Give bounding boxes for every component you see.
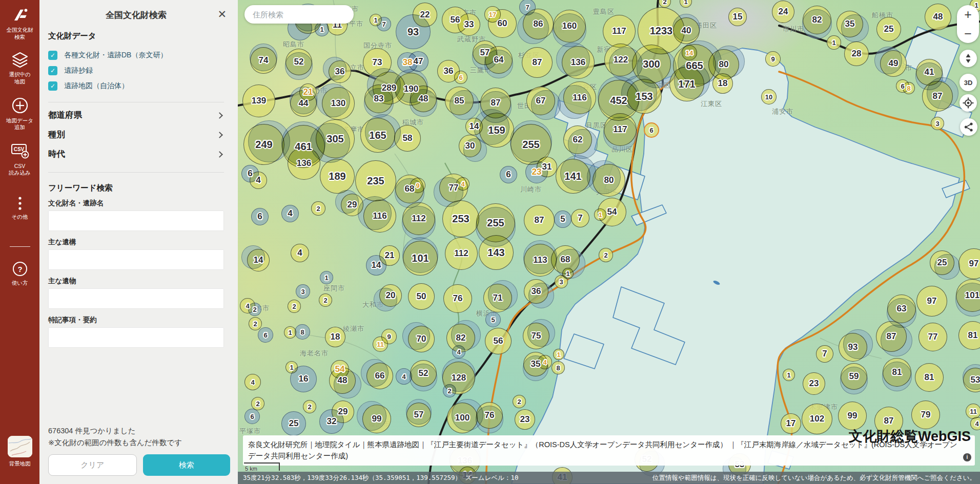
cluster-marker[interactable] <box>443 284 472 313</box>
cluster-marker[interactable] <box>593 164 625 197</box>
cluster-marker[interactable] <box>911 401 940 429</box>
checkbox-row-db[interactable]: ✓ 各種文化財・遺跡DB（奈文研） <box>48 48 224 63</box>
cluster-marker[interactable] <box>876 17 901 41</box>
cluster-marker[interactable] <box>802 404 832 434</box>
clear-button[interactable]: クリア <box>48 454 137 476</box>
cluster-marker[interactable] <box>772 1 794 23</box>
cluster-marker[interactable] <box>288 300 301 313</box>
cluster-marker[interactable] <box>291 244 309 262</box>
cluster-marker[interactable] <box>483 284 512 312</box>
cluster-marker[interactable] <box>290 90 317 117</box>
cluster-marker[interactable] <box>408 51 428 72</box>
cluster-marker[interactable] <box>761 89 777 104</box>
zoom-out-button[interactable]: − <box>957 24 979 43</box>
cluster-marker[interactable] <box>366 363 393 389</box>
features-field[interactable] <box>48 249 224 270</box>
cluster-marker[interactable] <box>781 413 801 434</box>
cluster-marker[interactable] <box>319 293 332 307</box>
cluster-marker[interactable] <box>783 369 795 381</box>
cluster-marker[interactable] <box>627 79 662 114</box>
cluster-marker[interactable] <box>922 81 953 112</box>
cluster-marker[interactable] <box>485 328 512 354</box>
cluster-marker[interactable] <box>408 283 435 310</box>
cluster-marker[interactable] <box>244 374 261 390</box>
zoom-in-button[interactable]: + <box>957 5 979 24</box>
cluster-marker[interactable] <box>329 60 351 83</box>
accordion-category[interactable]: 種別 <box>48 125 224 144</box>
cluster-marker[interactable] <box>555 275 568 288</box>
cluster-marker[interactable] <box>442 200 479 237</box>
share-button[interactable] <box>960 118 977 136</box>
cluster-marker[interactable] <box>918 323 947 351</box>
cluster-marker[interactable] <box>445 237 478 270</box>
sidebar-item-selected-maps[interactable]: 選択中の 地図 <box>9 52 30 85</box>
cluster-marker[interactable] <box>366 255 386 276</box>
cluster-marker[interactable] <box>903 82 915 94</box>
cluster-marker[interactable] <box>403 241 438 276</box>
cluster-marker[interactable] <box>285 49 312 75</box>
cluster-marker[interactable] <box>970 417 980 430</box>
cluster-marker[interactable] <box>554 211 571 228</box>
cluster-marker[interactable] <box>803 372 825 395</box>
cluster-marker[interactable] <box>243 124 284 165</box>
cluster-marker[interactable] <box>524 205 555 236</box>
cluster-marker[interactable] <box>476 402 503 429</box>
cluster-marker[interactable] <box>883 358 911 387</box>
cluster-marker[interactable] <box>563 81 596 114</box>
cluster-marker[interactable] <box>244 409 260 424</box>
cluster-marker[interactable] <box>242 85 275 117</box>
cluster-marker[interactable] <box>410 178 425 193</box>
artifacts-field[interactable] <box>48 288 224 309</box>
cluster-marker[interactable] <box>373 336 388 352</box>
cluster-marker[interactable] <box>329 367 356 394</box>
cluster-marker[interactable] <box>523 323 549 349</box>
cluster-marker[interactable] <box>836 11 863 37</box>
search-button[interactable]: 検索 <box>143 454 231 476</box>
cluster-marker[interactable] <box>320 159 355 194</box>
cluster-marker[interactable] <box>394 125 421 152</box>
cluster-marker[interactable] <box>250 47 277 74</box>
cluster-marker[interactable] <box>295 324 310 340</box>
cluster-marker[interactable] <box>880 50 907 77</box>
sidebar-item-help[interactable]: ? 使い方 <box>12 261 28 287</box>
cluster-marker[interactable] <box>360 118 395 153</box>
cluster-marker[interactable] <box>915 363 944 392</box>
cluster-marker[interactable] <box>406 403 431 427</box>
cluster-marker[interactable] <box>538 355 552 369</box>
cluster-marker[interactable] <box>488 9 517 38</box>
cluster-marker[interactable] <box>838 402 867 430</box>
cluster-marker[interactable] <box>251 397 264 410</box>
cluster-marker[interactable] <box>839 333 867 362</box>
cluster-marker[interactable] <box>599 248 613 262</box>
cluster-marker[interactable] <box>247 249 270 271</box>
cluster-marker[interactable] <box>377 17 391 31</box>
cluster-marker[interactable] <box>303 400 316 413</box>
cluster-marker[interactable] <box>816 345 833 363</box>
cluster-marker[interactable] <box>458 13 480 36</box>
notes-field[interactable] <box>48 327 224 348</box>
cluster-marker[interactable] <box>410 86 437 112</box>
3d-view-button[interactable]: 3D <box>959 74 977 91</box>
cluster-marker[interactable] <box>459 135 481 157</box>
cluster-marker[interactable] <box>513 395 526 408</box>
name-field[interactable] <box>48 211 224 231</box>
cluster-marker[interactable] <box>523 9 554 39</box>
cluster-marker[interactable] <box>515 409 535 430</box>
cluster-marker[interactable] <box>728 8 747 26</box>
cluster-marker[interactable] <box>281 205 299 222</box>
sidebar-item-add-map-data[interactable]: 地図データ 追加 <box>6 97 33 131</box>
cluster-marker[interactable] <box>925 4 951 30</box>
cluster-marker[interactable] <box>249 317 262 330</box>
cluster-marker[interactable] <box>571 209 589 227</box>
cluster-marker[interactable] <box>526 87 555 115</box>
sidebar-item-background-map[interactable]: 背景地図 <box>8 436 32 468</box>
cluster-marker[interactable] <box>563 125 592 154</box>
cluster-marker[interactable] <box>396 14 431 49</box>
cluster-marker[interactable] <box>524 279 548 304</box>
attribution-info-icon[interactable]: i <box>963 453 971 461</box>
close-icon[interactable]: ✕ <box>217 8 227 20</box>
cluster-marker[interactable] <box>553 10 586 43</box>
tilt-control-button[interactable] <box>959 50 977 67</box>
accordion-era[interactable]: 時代 <box>48 144 224 164</box>
cluster-marker[interactable] <box>669 67 704 101</box>
